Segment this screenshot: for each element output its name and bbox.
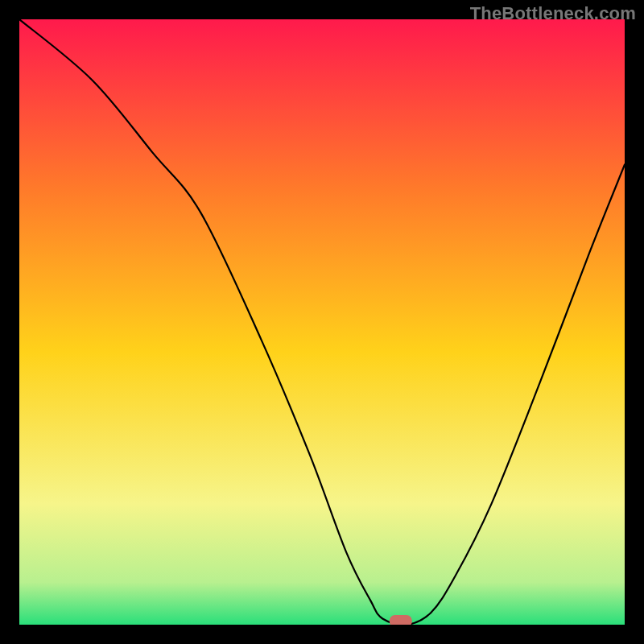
- chart-frame: TheBottleneck.com: [0, 0, 644, 644]
- watermark-label: TheBottleneck.com: [470, 3, 636, 24]
- bottleneck-plot: [19, 19, 625, 625]
- gradient-background: [19, 19, 625, 625]
- optimal-marker: [390, 615, 412, 625]
